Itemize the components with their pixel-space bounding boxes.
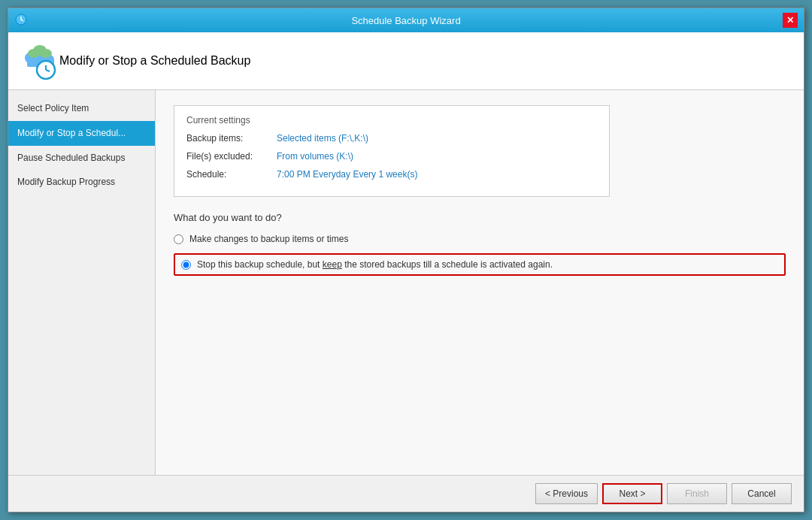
header-area: Modify or Stop a Scheduled Backup	[8, 32, 804, 90]
option-stop-schedule[interactable]: Stop this backup schedule, but keep the …	[174, 253, 786, 276]
sidebar-item-pause-scheduled[interactable]: Pause Scheduled Backups	[8, 146, 155, 171]
settings-title: Current settings	[186, 115, 597, 125]
settings-box: Current settings Backup items: Selected …	[174, 105, 610, 197]
files-excluded-label: File(s) excluded:	[186, 151, 277, 162]
previous-button[interactable]: < Previous	[535, 483, 598, 504]
settings-row-schedule: Schedule: 7:00 PM Everyday Every 1 week(…	[186, 169, 597, 180]
sidebar-item-modify-stop[interactable]: Modify or Stop a Schedul...	[8, 121, 155, 146]
option-stop-schedule-radio[interactable]	[181, 260, 191, 270]
settings-row-backup-items: Backup items: Selected items (F:\,K:\)	[186, 133, 597, 144]
close-button[interactable]: ✕	[783, 13, 798, 28]
sidebar: Select Policy Item Modify or Stop a Sche…	[8, 90, 156, 475]
sidebar-item-modify-progress[interactable]: Modify Backup Progress	[8, 170, 155, 195]
radio-group: Make changes to backup items or times St…	[174, 234, 786, 276]
option-make-changes-radio[interactable]	[174, 234, 183, 244]
header-title: Modify or Stop a Scheduled Backup	[59, 54, 250, 68]
main-window: Schedule Backup Wizard ✕ Modify or Stop …	[8, 8, 804, 512]
option-stop-schedule-label: Stop this backup schedule, but keep the …	[197, 259, 553, 270]
finish-button[interactable]: Finish	[667, 483, 727, 504]
question-text: What do you want to do?	[174, 212, 786, 223]
option-make-changes-label: Make changes to backup items or times	[189, 234, 348, 244]
backup-items-value: Selected items (F:\,K:\)	[277, 133, 368, 144]
files-excluded-value: From volumes (K:\)	[277, 151, 353, 162]
content-area: Select Policy Item Modify or Stop a Sche…	[8, 90, 804, 475]
cancel-button[interactable]: Cancel	[732, 483, 792, 504]
header-icon	[20, 41, 59, 80]
title-bar: Schedule Backup Wizard ✕	[8, 8, 804, 32]
window-title: Schedule Backup Wizard	[29, 15, 783, 26]
main-content: Current settings Backup items: Selected …	[156, 90, 804, 475]
backup-items-label: Backup items:	[186, 133, 277, 144]
option-make-changes[interactable]: Make changes to backup items or times	[174, 234, 786, 244]
svg-point-7	[40, 49, 52, 58]
sidebar-item-select-policy[interactable]: Select Policy Item	[8, 96, 155, 121]
schedule-value: 7:00 PM Everyday Every 1 week(s)	[277, 169, 417, 180]
next-button[interactable]: Next >	[602, 483, 662, 504]
footer: < Previous Next > Finish Cancel	[8, 475, 804, 512]
title-bar-icon	[14, 13, 29, 28]
schedule-label: Schedule:	[186, 169, 277, 180]
settings-row-files-excluded: File(s) excluded: From volumes (K:\)	[186, 151, 597, 162]
